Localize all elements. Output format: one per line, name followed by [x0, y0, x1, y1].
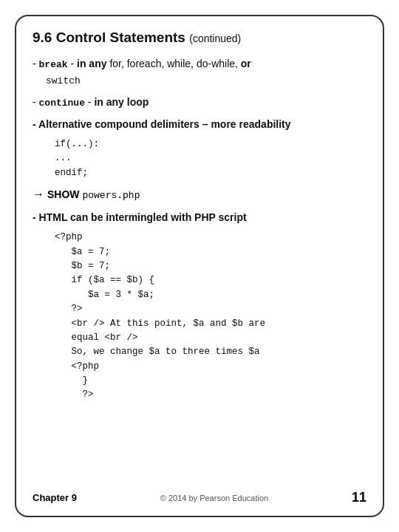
php-line-11: }	[55, 374, 366, 388]
code-if-line1: if(...):	[55, 137, 366, 151]
php-line-10: <?php	[55, 360, 366, 374]
break-code: break	[39, 59, 68, 70]
bullet4-text: - HTML can be intermingled with PHP scri…	[33, 211, 247, 223]
continue-code: continue	[39, 98, 85, 109]
bullet-break: - break - in any for, foreach, while, do…	[33, 56, 366, 89]
bullet1-prefix: -	[33, 58, 39, 69]
switch-code: switch	[46, 75, 81, 86]
bullet2-bold: in any loop	[94, 96, 149, 108]
bullet1-bold: in any	[77, 58, 106, 69]
title-continued: (continued)	[189, 33, 241, 44]
php-line-7: <br /> At this point, $a and $b are	[55, 317, 366, 331]
code-if-line3: endif;	[55, 166, 366, 180]
php-line-12: ?>	[55, 388, 366, 402]
php-line-9: So, we change $a to three times $a	[55, 345, 366, 359]
php-line-1: <?php	[55, 231, 366, 245]
php-line-3: $b = 7;	[55, 259, 366, 273]
slide-container: 9.6 Control Statements (continued) - bre…	[15, 15, 384, 517]
show-code: powers.php	[82, 190, 140, 201]
bullet-continue: - continue - in any loop	[33, 95, 366, 111]
bullet-html: - HTML can be intermingled with PHP scri…	[33, 210, 366, 225]
footer-chapter: Chapter 9	[33, 492, 77, 503]
slide-title: 9.6 Control Statements (continued)	[33, 30, 366, 46]
show-section: → SHOW powers.php	[33, 188, 366, 201]
title-text: 9.6 Control Statements	[33, 30, 185, 45]
arrow-icon: →	[33, 188, 44, 201]
bullet3-text: - Alternative compound delimiters – more…	[33, 118, 291, 130]
bullet2-mid: -	[85, 96, 94, 108]
footer-page: 11	[352, 490, 366, 505]
bullet2-prefix: -	[33, 96, 39, 108]
php-code-block: <?php $a = 7; $b = 7; if ($a == $b) { $a…	[55, 231, 366, 403]
php-line-8: equal <br />	[55, 331, 366, 345]
php-line-2: $a = 7;	[55, 245, 366, 259]
php-line-4: if ($a == $b) {	[55, 273, 366, 287]
code-if-line2: ...	[55, 151, 366, 166]
bullet1-rest: for, foreach, while, do-while,	[107, 58, 241, 69]
footer: Chapter 9 © 2014 by Pearson Education 11	[16, 485, 383, 508]
show-label: SHOW	[47, 188, 80, 200]
slide-content: 9.6 Control Statements (continued) - bre…	[16, 16, 383, 485]
php-line-5: $a = 3 * $a;	[55, 288, 366, 302]
bullet-alternative: - Alternative compound delimiters – more…	[33, 117, 366, 132]
bullet1-mid: -	[68, 58, 77, 69]
code-block-if: if(...): ... endif;	[55, 137, 366, 180]
php-line-6: ?>	[55, 302, 366, 316]
bullet1-or: or	[241, 58, 251, 69]
footer-copyright: © 2014 by Pearson Education	[160, 494, 268, 502]
